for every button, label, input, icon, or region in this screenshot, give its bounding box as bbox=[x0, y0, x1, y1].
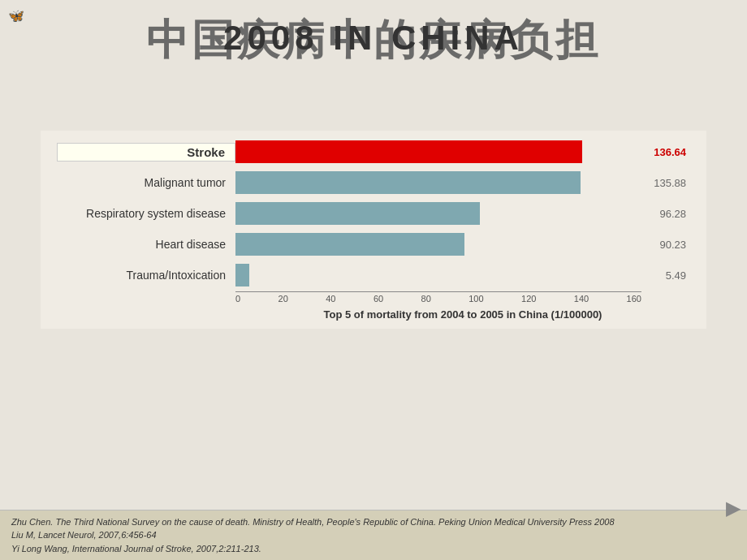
chart-area: Stroke136.64Malignant tumor135.88Respira… bbox=[57, 139, 690, 288]
bar-row: Stroke136.64 bbox=[57, 139, 690, 165]
bar-track: 90.23 bbox=[235, 233, 641, 256]
chart-caption: Top 5 of mortality from 2004 to 2005 in … bbox=[235, 308, 690, 321]
bar-row: Trauma/Intoxication5.49 bbox=[57, 262, 690, 288]
bar-label: Stroke bbox=[57, 143, 235, 162]
bar-fill bbox=[235, 233, 464, 256]
chart-container: Stroke136.64Malignant tumor135.88Respira… bbox=[41, 131, 706, 329]
bar-label: Malignant tumor bbox=[57, 176, 235, 189]
axis-tick: 80 bbox=[421, 294, 431, 304]
bar-label: Heart disease bbox=[57, 238, 235, 251]
bar-fill bbox=[235, 140, 582, 163]
bar-track: 5.49 bbox=[235, 264, 641, 286]
bar-track: 135.88 bbox=[235, 171, 641, 194]
bar-fill bbox=[235, 171, 581, 194]
axis-tick: 140 bbox=[574, 294, 589, 304]
bar-fill bbox=[235, 264, 249, 286]
bar-row: Malignant tumor135.88 bbox=[57, 170, 690, 196]
footnote-line: Liu M, Lancet Neurol, 2007,6:456-64 bbox=[11, 528, 736, 542]
axis-tick: 120 bbox=[521, 294, 536, 304]
bar-track: 136.64 bbox=[235, 140, 641, 163]
footnote-line: Zhu Chen. The Third National Survey on t… bbox=[11, 515, 736, 529]
next-arrow[interactable]: ▶ bbox=[726, 497, 741, 519]
bar-value: 90.23 bbox=[659, 239, 686, 251]
bar-value: 96.28 bbox=[659, 208, 686, 220]
footnote-container: Zhu Chen. The Third National Survey on t… bbox=[0, 510, 747, 561]
bar-value: 136.64 bbox=[654, 146, 686, 158]
bar-value: 135.88 bbox=[654, 177, 686, 189]
axis-tick: 100 bbox=[468, 294, 483, 304]
bar-row: Heart disease90.23 bbox=[57, 231, 690, 257]
bar-row: Respiratory system disease96.28 bbox=[57, 200, 690, 226]
footnote-line: Yi Long Wang, International Journal of S… bbox=[11, 542, 736, 556]
axis-tick: 20 bbox=[279, 294, 288, 304]
axis-tick: 160 bbox=[627, 294, 641, 304]
bar-label: Respiratory system disease bbox=[57, 207, 235, 220]
axis-labels: 020406080100120140160 bbox=[235, 294, 641, 304]
axis-wrapper: 020406080100120140160 bbox=[235, 291, 641, 304]
axis-tick: 60 bbox=[374, 294, 383, 304]
bar-label: Trauma/Intoxication bbox=[57, 269, 235, 282]
title-english: 2008 IN CHINA bbox=[0, 12, 747, 58]
title-container: 中国疾病中的疾病负担 2008 IN CHINA bbox=[0, 12, 747, 123]
axis-tick: 40 bbox=[326, 294, 335, 304]
bar-fill bbox=[235, 202, 480, 225]
bar-value: 5.49 bbox=[666, 269, 686, 282]
axis-tick: 0 bbox=[235, 294, 240, 304]
bar-track: 96.28 bbox=[235, 202, 641, 225]
